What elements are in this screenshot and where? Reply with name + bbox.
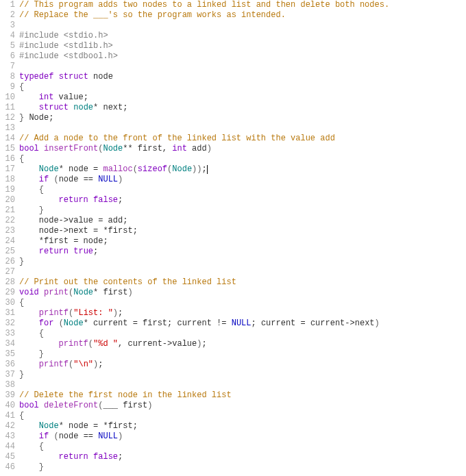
- line-number: 40: [0, 401, 15, 411]
- code-token: [19, 247, 39, 256]
- code-line: *first = node;: [19, 236, 466, 247]
- line-number: 27: [0, 267, 15, 277]
- code-line: [19, 62, 466, 72]
- code-token: (: [53, 431, 58, 441]
- code-token: }: [19, 370, 24, 379]
- line-number: 34: [0, 339, 15, 349]
- code-token: [19, 205, 39, 215]
- line-number: 43: [0, 431, 15, 442]
- code-token: (: [133, 164, 138, 174]
- line-number: 15: [0, 144, 15, 154]
- code-line: {: [19, 82, 466, 92]
- line-number: 26: [0, 257, 15, 267]
- code-line: }: [19, 257, 466, 267]
- code-line: } Node;: [19, 113, 466, 123]
- code-token: , current->value: [118, 339, 197, 349]
- code-token: ___ first: [103, 401, 147, 410]
- code-token: }: [39, 462, 44, 472]
- code-token: *first = node;: [19, 236, 108, 246]
- line-number: 21: [0, 205, 15, 216]
- code-token: [19, 349, 39, 359]
- code-token: }: [39, 349, 44, 359]
- code-token: return: [39, 247, 69, 256]
- code-token: // This program adds two nodes to a link…: [19, 0, 389, 10]
- code-line: [19, 21, 466, 31]
- code-token: {: [39, 442, 44, 451]
- code-token: for: [39, 318, 54, 328]
- code-token: * next;: [93, 103, 127, 112]
- line-number: 18: [0, 175, 15, 185]
- code-line: #include <stdbool.h>: [19, 51, 466, 62]
- code-token: node: [88, 72, 113, 82]
- code-token: ;: [118, 308, 123, 318]
- code-token: false: [93, 452, 118, 462]
- code-token: // Add a node to the front of the linked…: [19, 134, 335, 143]
- code-token: [19, 339, 59, 349]
- code-token: void: [19, 288, 39, 297]
- code-token: sizeof: [138, 164, 167, 174]
- code-token: [19, 308, 39, 318]
- code-line: printf("\n");: [19, 360, 466, 370]
- code-token: [88, 452, 93, 462]
- code-line: }: [19, 462, 466, 473]
- code-line: {: [19, 411, 466, 421]
- code-token: // Print out the contents of the linked …: [19, 277, 236, 287]
- line-number: 4: [0, 31, 15, 41]
- code-token: bool: [19, 401, 39, 410]
- code-token: printf: [39, 308, 69, 318]
- line-number: 1: [0, 0, 15, 10]
- code-line: }: [19, 370, 466, 380]
- code-token: ;: [93, 247, 98, 256]
- line-number: 16: [0, 154, 15, 164]
- line-number-gutter: 1234567891011121314151617181920212223242…: [0, 0, 19, 473]
- code-token: "%d ": [93, 339, 118, 349]
- code-token: [53, 318, 58, 328]
- code-token: Node: [39, 421, 59, 431]
- code-line: bool insertFront(Node** first, int add): [19, 144, 466, 154]
- code-line: if (node == NULL): [19, 431, 466, 442]
- code-content[interactable]: // This program adds two nodes to a link…: [19, 0, 466, 473]
- code-line: printf("%d ", current->value);: [19, 339, 466, 349]
- code-token: true: [73, 247, 93, 256]
- code-token: #include <stdio.h>: [19, 31, 108, 40]
- code-line: #include <stdio.h>: [19, 31, 466, 41]
- code-line: // Delete the first node in the linked l…: [19, 390, 466, 401]
- code-token: node->value = add;: [19, 216, 127, 225]
- code-token: false: [93, 195, 118, 205]
- code-line: [19, 380, 466, 390]
- line-number: 32: [0, 318, 15, 329]
- code-line: {: [19, 154, 466, 164]
- code-token: NULL: [232, 318, 252, 328]
- code-token: deleteFront: [44, 401, 98, 410]
- code-token: return: [59, 452, 88, 462]
- line-number: 37: [0, 370, 15, 380]
- code-line: }: [19, 205, 466, 216]
- code-token: node ==: [59, 175, 99, 184]
- code-line: Node* node = *first;: [19, 421, 466, 431]
- code-token: printf: [39, 360, 69, 369]
- code-line: int value;: [19, 92, 466, 103]
- line-number: 14: [0, 134, 15, 144]
- code-token: {: [19, 154, 24, 164]
- line-number: 44: [0, 442, 15, 452]
- code-token: ;: [201, 339, 206, 349]
- line-number: 41: [0, 411, 15, 421]
- code-token: Node: [172, 164, 192, 174]
- code-token: "List: ": [73, 308, 113, 318]
- code-token: "\n": [73, 360, 93, 369]
- code-token: [53, 72, 58, 82]
- code-line: [19, 123, 466, 134]
- code-token: (: [53, 175, 58, 184]
- code-token: [19, 103, 39, 112]
- line-number: 22: [0, 216, 15, 226]
- code-line: // Add a node to the front of the linked…: [19, 134, 466, 144]
- code-token: ;: [118, 452, 123, 462]
- code-token: [19, 195, 59, 205]
- code-token: NULL: [98, 175, 118, 184]
- code-line: }: [19, 349, 466, 360]
- code-token: int: [172, 144, 187, 153]
- line-number: 17: [0, 164, 15, 175]
- code-token: [19, 421, 39, 431]
- line-number: 11: [0, 103, 15, 113]
- line-number: 33: [0, 329, 15, 339]
